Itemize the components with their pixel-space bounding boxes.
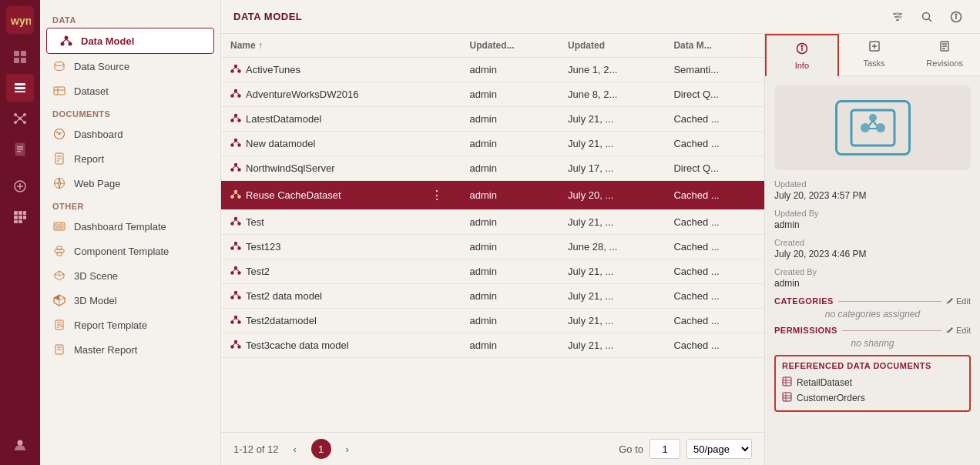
row-name-8: Test123 (246, 241, 281, 253)
sidebar-item-dashboard[interactable]: Dashboard (40, 122, 220, 146)
categories-edit-button[interactable]: Edit (946, 296, 971, 306)
svg-rect-28 (18, 216, 22, 219)
sidebar-item-report[interactable]: Report (40, 146, 220, 171)
cell-dataMode-6: Cached ... (664, 181, 764, 210)
table-row[interactable]: ActiveTunesadminJune 1, 2...Semanti... (221, 58, 764, 82)
svg-point-121 (237, 296, 240, 299)
created-by-row: Created By admin (774, 267, 971, 289)
sidebar-item-data-model[interactable]: Data Model (46, 28, 214, 54)
sidebar-item-dataset[interactable]: Dataset (40, 79, 220, 103)
svg-rect-1 (14, 51, 19, 56)
row-icon-8 (230, 240, 241, 253)
row-icon-12 (230, 339, 241, 352)
sidebar-label-data-source: Data Source (74, 61, 129, 72)
ref-doc-item[interactable]: CustomerOrders (782, 390, 963, 406)
svg-point-130 (230, 345, 233, 348)
row-icon-10 (230, 289, 241, 303)
cell-dataMode-12: Cached ... (664, 333, 764, 358)
col-header-dataMode[interactable]: Data M... (664, 34, 764, 58)
table-row[interactable]: Test3cache data modeladminJuly 21, ...Ca… (221, 333, 764, 358)
cell-updated-3: July 21, ... (559, 107, 664, 132)
row-name-9: Test2 (246, 266, 270, 277)
perpage-select[interactable]: 50/page 25/page 100/page (686, 439, 752, 459)
next-page-button[interactable]: › (337, 439, 357, 459)
page-1-button[interactable]: 1 (311, 439, 331, 459)
table-row[interactable]: AdventureWorksDW2016adminJune 8, 2...Dir… (221, 82, 764, 107)
svg-line-148 (869, 121, 873, 125)
table-row[interactable]: Test2datamodeladminJuly 21, ...Cached ..… (221, 309, 764, 333)
info-toggle-button[interactable] (945, 5, 968, 28)
svg-line-118 (236, 269, 240, 272)
tab-tasks-label: Tasks (863, 59, 884, 68)
svg-line-128 (236, 319, 240, 321)
permissions-divider (842, 330, 941, 331)
cell-updated-6: July 20, ... (559, 181, 664, 210)
tab-revisions[interactable]: Revisions (909, 34, 980, 75)
sidebar-item-master-report[interactable]: Master Report (40, 337, 220, 362)
svg-rect-52 (60, 224, 63, 226)
svg-point-115 (230, 271, 233, 274)
table-row[interactable]: TestadminJuly 21, ...Cached ... (221, 210, 764, 235)
permissions-edit-button[interactable]: Edit (946, 326, 971, 335)
table-row[interactable]: Test2 data modeladminJuly 21, ...Cached … (221, 284, 764, 309)
permissions-section-header: PERMISSIONS Edit (774, 326, 971, 335)
sidebar-icon-3d-model (52, 293, 66, 307)
sidebar-item-dashboard-template[interactable]: Dashboard Template (40, 214, 220, 239)
prev-page-button[interactable]: ‹ (285, 439, 305, 459)
cell-updatedBy-2: admin (460, 82, 559, 107)
cell-name-3: LatestDatamodel (221, 107, 460, 132)
svg-rect-53 (55, 227, 63, 229)
svg-point-119 (234, 291, 237, 294)
sidebar-label-data-model: Data Model (81, 35, 134, 47)
sidebar-section-documents: DOCUMENTS (40, 103, 220, 122)
cell-dataMode-1: Semanti... (664, 58, 764, 82)
ref-doc-item[interactable]: RetailDataset (782, 375, 963, 390)
icon-rail: wyn (0, 0, 40, 465)
table-row[interactable]: NorthwindSqlServeradminJuly 17, ...Direc… (221, 156, 764, 181)
sidebar-item-web-page[interactable]: Web Page (40, 171, 220, 196)
rail-icon-user[interactable] (6, 431, 34, 459)
tab-tasks[interactable]: Tasks (839, 34, 910, 75)
cell-updated-2: June 8, 2... (559, 82, 664, 107)
svg-rect-2 (21, 51, 26, 56)
categories-section-header: CATEGORIES Edit (774, 296, 971, 306)
col-header-updatedBy[interactable]: Updated... (460, 34, 559, 58)
table-row[interactable]: LatestDatamodeladminJuly 21, ...Cached .… (221, 107, 764, 132)
table-row[interactable]: New datamodeladminJuly 21, ...Cached ... (221, 132, 764, 156)
svg-rect-29 (23, 216, 26, 219)
svg-point-111 (237, 246, 240, 249)
rail-icon-layout[interactable] (6, 43, 34, 71)
svg-line-88 (236, 117, 240, 119)
sidebar-item-data-source[interactable]: Data Source (40, 54, 220, 79)
col-header-updated[interactable]: Updated (559, 34, 664, 58)
sidebar-item-3d-model[interactable]: 3D Model (40, 288, 220, 313)
cell-updatedBy-1: admin (460, 58, 559, 82)
rail-icon-data[interactable] (6, 74, 34, 102)
filter-button[interactable] (886, 5, 909, 28)
svg-rect-68 (898, 16, 901, 18)
no-sharing-text: no sharing (774, 338, 971, 349)
svg-rect-56 (57, 253, 62, 256)
search-button[interactable] (915, 5, 938, 28)
col-header-name[interactable]: Name ↑ (221, 34, 460, 58)
tab-info[interactable]: Info (765, 34, 839, 76)
cell-updatedBy-4: admin (460, 132, 559, 156)
table-row[interactable]: Test123adminJune 28, ...Cached ... (221, 235, 764, 259)
row-menu-button-6[interactable]: ⋮ (426, 186, 448, 204)
sidebar-item-report-template[interactable]: Report Template (40, 313, 220, 337)
rail-icon-grid2[interactable] (6, 203, 34, 231)
cell-updatedBy-10: admin (460, 284, 559, 309)
goto-input[interactable] (649, 439, 680, 459)
cell-name-4: New datamodel (221, 132, 460, 156)
info-panel: Info Tasks (764, 34, 980, 465)
sidebar-item-component-template[interactable]: Component Template (40, 239, 220, 263)
rail-icon-reports[interactable] (6, 135, 34, 163)
table-row[interactable]: Reuse CacheDataset⋮adminJuly 20, ...Cach… (221, 181, 764, 210)
sidebar-item-3d-scene[interactable]: 3D Scene (40, 263, 220, 288)
table-row[interactable]: Test2adminJuly 21, ...Cached ... (221, 259, 764, 284)
row-name-2: AdventureWorksDW2016 (246, 89, 358, 100)
rail-icon-add[interactable] (6, 172, 34, 200)
goto-label: Go to (619, 443, 643, 455)
svg-line-82 (233, 92, 237, 95)
rail-icon-connections[interactable] (6, 105, 34, 132)
